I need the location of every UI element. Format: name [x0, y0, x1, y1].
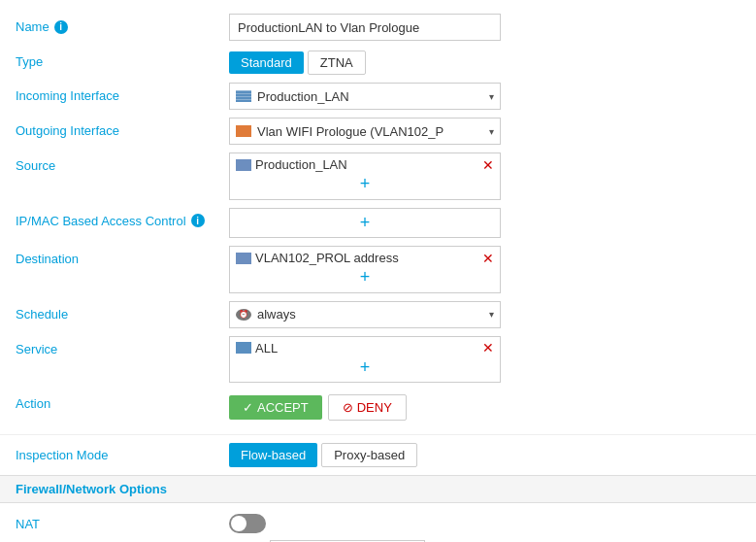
nat-label: NAT — [16, 517, 229, 531]
type-label-text: Type — [16, 54, 43, 69]
source-tag-icon — [236, 159, 251, 171]
inspection-label-text: Inspection Mode — [16, 448, 108, 462]
nat-toggle[interactable] — [229, 514, 266, 533]
outgoing-interface-label: Outgoing Interface — [16, 118, 229, 138]
schedule-chevron: ▾ — [489, 309, 494, 320]
type-control: Standard ZTNA — [229, 49, 740, 75]
ipmac-label-text: IP/MAC Based Access Control — [16, 214, 186, 228]
source-tag-container: Production_LAN ✕ + — [229, 152, 501, 200]
ipmac-add-plus[interactable]: + — [236, 213, 494, 234]
standard-button[interactable]: Standard — [229, 51, 304, 74]
protocol-row: Protocol Options PROT default ▾ ✏ — [16, 538, 740, 542]
outgoing-interface-control: Vlan WIFI Prologue (VLAN102_P ▾ — [229, 118, 740, 145]
destination-label: Destination — [16, 246, 229, 266]
outgoing-interface-chevron: ▾ — [489, 126, 494, 137]
inspection-buttons: Flow-based Proxy-based — [229, 443, 417, 467]
schedule-value: always — [257, 307, 296, 322]
accept-label: ACCEPT — [257, 400, 309, 415]
source-tag-close[interactable]: ✕ — [482, 158, 494, 172]
firewall-title: Firewall/Network Options — [16, 482, 167, 496]
destination-add-plus[interactable]: + — [236, 267, 494, 288]
source-label: Source — [16, 152, 229, 173]
schedule-label-text: Schedule — [16, 307, 68, 322]
incoming-interface-row: Incoming Interface Production_LAN ▾ — [16, 79, 740, 114]
nat-row: NAT — [16, 509, 740, 538]
type-row: Type Standard ZTNA — [16, 45, 740, 79]
options-section: NAT Protocol Options PROT default ▾ ✏ — [0, 503, 756, 542]
ipmac-control: + — [229, 208, 740, 239]
flow-based-button[interactable]: Flow-based — [229, 443, 317, 467]
action-control: ✓ ACCEPT ⊘ DENY — [229, 390, 740, 421]
service-tag-icon — [236, 342, 251, 354]
incoming-interface-value: Production_LAN — [257, 89, 349, 104]
service-row: Service ALL ✕ + — [16, 332, 740, 388]
destination-row: Destination VLAN102_PROL address ✕ + — [16, 242, 740, 297]
accept-button[interactable]: ✓ ACCEPT — [229, 395, 322, 420]
destination-tag-item: VLAN102_PROL address ✕ — [236, 251, 494, 265]
service-control: ALL ✕ + — [229, 336, 740, 384]
service-tag-close[interactable]: ✕ — [482, 341, 494, 355]
incoming-interface-inner: Production_LAN — [236, 89, 349, 104]
ipmac-row: IP/MAC Based Access Control i + — [16, 204, 740, 243]
source-label-text: Source — [16, 158, 55, 173]
firewall-section-header: Firewall/Network Options — [0, 475, 756, 503]
incoming-interface-icon — [236, 90, 251, 102]
schedule-select[interactable]: ⏰ always ▾ — [229, 301, 501, 328]
outgoing-interface-label-text: Outgoing Interface — [16, 123, 119, 138]
name-control — [229, 14, 740, 41]
deny-label: DENY — [357, 400, 392, 415]
source-control: Production_LAN ✕ + — [229, 152, 740, 200]
nat-label-text: NAT — [16, 517, 40, 531]
destination-tag-close[interactable]: ✕ — [482, 252, 494, 265]
schedule-label: Schedule — [16, 301, 229, 322]
incoming-interface-label-text: Incoming Interface — [16, 88, 119, 103]
outgoing-interface-inner: Vlan WIFI Prologue (VLAN102_P — [236, 124, 444, 139]
schedule-inner: ⏰ always — [236, 307, 296, 322]
ipmac-label: IP/MAC Based Access Control i — [16, 208, 229, 228]
ipmac-tag-container: + — [229, 208, 501, 239]
incoming-interface-chevron: ▾ — [489, 91, 494, 102]
name-input[interactable] — [229, 14, 501, 41]
ztna-button[interactable]: ZTNA — [308, 51, 366, 75]
source-tag-item: Production_LAN ✕ — [236, 157, 494, 172]
schedule-control: ⏰ always ▾ — [229, 301, 740, 328]
outgoing-interface-row: Outgoing Interface Vlan WIFI Prologue (V… — [16, 114, 740, 149]
destination-control: VLAN102_PROL address ✕ + — [229, 246, 740, 293]
destination-tag-container: VLAN102_PROL address ✕ + — [229, 246, 501, 293]
destination-label-text: Destination — [16, 252, 79, 266]
name-label: Name i — [16, 14, 229, 34]
service-label-text: Service — [16, 342, 57, 356]
deny-icon: ⊘ — [343, 400, 353, 415]
type-label: Type — [16, 49, 229, 69]
action-label-text: Action — [16, 396, 50, 411]
outgoing-interface-select[interactable]: Vlan WIFI Prologue (VLAN102_P ▾ — [229, 118, 501, 145]
deny-button[interactable]: ⊘ DENY — [328, 394, 407, 421]
destination-tag-text: VLAN102_PROL address — [255, 251, 478, 265]
nat-toggle-track — [229, 514, 266, 533]
name-label-text: Name — [16, 19, 49, 34]
incoming-interface-label: Incoming Interface — [16, 83, 229, 103]
inspection-section: Inspection Mode Flow-based Proxy-based — [0, 434, 756, 475]
destination-tag-icon — [236, 253, 251, 264]
type-buttons: Standard ZTNA — [229, 49, 740, 75]
inspection-label: Inspection Mode — [16, 448, 229, 462]
schedule-row: Schedule ⏰ always ▾ — [16, 297, 740, 332]
service-tag-text: ALL — [255, 341, 478, 356]
action-label: Action — [16, 390, 229, 411]
source-add-plus[interactable]: + — [236, 174, 494, 195]
name-info-icon[interactable]: i — [54, 20, 68, 34]
service-add-plus[interactable]: + — [236, 357, 494, 379]
service-tag-container: ALL ✕ + — [229, 336, 501, 384]
name-row: Name i — [16, 10, 740, 45]
source-row: Source Production_LAN ✕ + — [16, 149, 740, 204]
service-tag-item: ALL ✕ — [236, 341, 494, 356]
proxy-based-button[interactable]: Proxy-based — [321, 443, 417, 467]
source-tag-text: Production_LAN — [255, 157, 478, 172]
action-row: Action ✓ ACCEPT ⊘ DENY — [16, 387, 740, 424]
accept-checkmark: ✓ — [243, 400, 253, 415]
ipmac-info-icon[interactable]: i — [191, 214, 205, 227]
incoming-interface-select[interactable]: Production_LAN ▾ — [229, 83, 501, 110]
incoming-interface-control: Production_LAN ▾ — [229, 83, 740, 110]
action-buttons: ✓ ACCEPT ⊘ DENY — [229, 390, 740, 421]
nat-toggle-thumb — [231, 516, 247, 531]
